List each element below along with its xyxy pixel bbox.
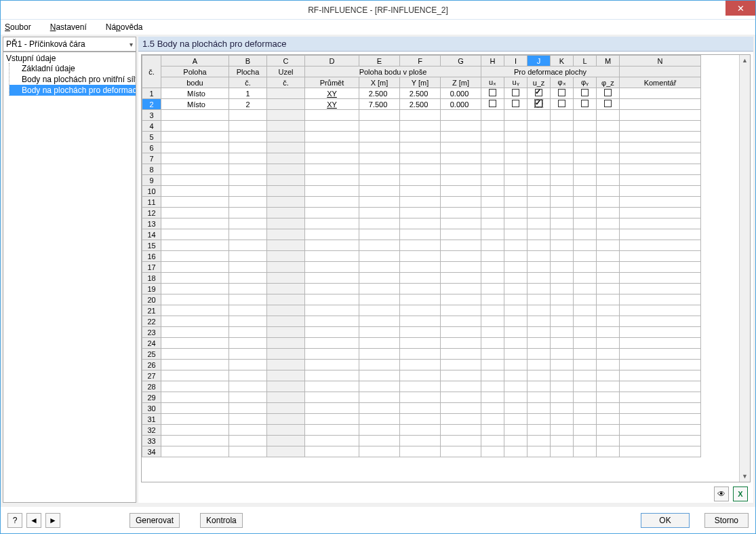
cell-empty[interactable] — [504, 305, 528, 316]
cell-empty[interactable] — [305, 153, 359, 164]
table-row[interactable]: 9 — [142, 175, 701, 186]
cell-empty[interactable] — [597, 262, 620, 273]
cell-phiz[interactable] — [597, 99, 620, 110]
col-letter-F[interactable]: F — [400, 56, 441, 66]
cell-empty[interactable] — [574, 110, 597, 121]
cell-phiy[interactable] — [574, 99, 597, 110]
cell-empty[interactable] — [305, 316, 359, 327]
cell-empty[interactable] — [574, 294, 597, 305]
cell-empty[interactable] — [597, 164, 620, 175]
cell-empty[interactable] — [481, 142, 504, 153]
cell-empty[interactable] — [528, 360, 551, 370]
cell-x[interactable]: 2.500 — [359, 88, 400, 99]
cell-empty[interactable] — [504, 338, 528, 349]
row-number[interactable]: 15 — [142, 240, 161, 251]
cell-empty[interactable] — [441, 273, 481, 284]
cell-empty[interactable] — [551, 186, 574, 197]
row-number[interactable]: 25 — [142, 349, 161, 360]
col-letter-G[interactable]: G — [441, 56, 481, 66]
cell-empty[interactable] — [574, 197, 597, 208]
cell-empty[interactable] — [359, 153, 400, 164]
cancel-button[interactable]: Storno — [704, 513, 749, 528]
cell-empty[interactable] — [597, 186, 620, 197]
cell-empty[interactable] — [551, 284, 574, 294]
cell-empty[interactable] — [359, 142, 400, 153]
cell-empty[interactable] — [481, 370, 504, 381]
cell-empty[interactable] — [551, 262, 574, 273]
cell-empty[interactable] — [574, 218, 597, 229]
cell-empty[interactable] — [551, 294, 574, 305]
cell-y[interactable]: 2.500 — [400, 99, 441, 110]
cell-empty[interactable] — [528, 414, 551, 425]
table-row[interactable]: 14 — [142, 229, 701, 240]
cell-empty[interactable] — [481, 218, 504, 229]
cell-empty[interactable] — [441, 414, 481, 425]
cell-empty[interactable] — [267, 262, 305, 273]
cell-empty[interactable] — [597, 251, 620, 262]
cell-empty[interactable] — [597, 197, 620, 208]
cell-empty[interactable] — [229, 229, 267, 240]
cell-empty[interactable] — [400, 327, 441, 338]
checkbox[interactable] — [512, 89, 519, 96]
cell-empty[interactable] — [551, 132, 574, 142]
cell-z[interactable]: 0.000 — [441, 88, 481, 99]
cell-empty[interactable] — [620, 414, 701, 425]
cell-empty[interactable] — [161, 403, 229, 414]
cell-empty[interactable] — [481, 251, 504, 262]
cell-empty[interactable] — [528, 240, 551, 251]
cell-empty[interactable] — [504, 197, 528, 208]
cell-empty[interactable] — [597, 142, 620, 153]
cell-empty[interactable] — [229, 370, 267, 381]
cell-empty[interactable] — [528, 316, 551, 327]
table-row[interactable]: 1Místo1XY2.5002.5000.000 — [142, 88, 701, 99]
cell-empty[interactable] — [161, 370, 229, 381]
cell-empty[interactable] — [551, 370, 574, 381]
cell-empty[interactable] — [574, 240, 597, 251]
cell-empty[interactable] — [359, 360, 400, 370]
cell-empty[interactable] — [305, 262, 359, 273]
cell-empty[interactable] — [620, 446, 701, 457]
next-button[interactable]: ► — [45, 513, 60, 528]
checkbox[interactable] — [535, 89, 542, 96]
cell-empty[interactable] — [305, 414, 359, 425]
table-row[interactable]: 32 — [142, 425, 701, 436]
cell-empty[interactable] — [597, 316, 620, 327]
cell-empty[interactable] — [481, 294, 504, 305]
cell-empty[interactable] — [528, 436, 551, 446]
tree-item-deformations[interactable]: Body na plochách pro deformace — [9, 85, 136, 96]
table-row[interactable]: 34 — [142, 446, 701, 457]
cell-empty[interactable] — [400, 164, 441, 175]
cell-empty[interactable] — [441, 360, 481, 370]
row-number[interactable]: 8 — [142, 164, 161, 175]
table-row[interactable]: 6 — [142, 142, 701, 153]
cell-empty[interactable] — [305, 294, 359, 305]
row-number[interactable]: 16 — [142, 251, 161, 262]
cell-empty[interactable] — [597, 436, 620, 446]
table-row[interactable]: 30 — [142, 403, 701, 414]
col-letter-K[interactable]: K — [551, 56, 574, 66]
col-letter-D[interactable]: D — [305, 56, 359, 66]
cell-empty[interactable] — [481, 446, 504, 457]
cell-empty[interactable] — [504, 273, 528, 284]
cell-empty[interactable] — [551, 316, 574, 327]
row-number[interactable]: 10 — [142, 186, 161, 197]
cell-empty[interactable] — [574, 208, 597, 218]
cell-empty[interactable] — [267, 425, 305, 436]
cell-empty[interactable] — [481, 381, 504, 392]
cell-plocha[interactable]: 1 — [229, 88, 267, 99]
cell-empty[interactable] — [528, 284, 551, 294]
cell-empty[interactable] — [267, 164, 305, 175]
row-number[interactable]: 26 — [142, 360, 161, 370]
tree-root[interactable]: Vstupní údaje — [3, 54, 136, 63]
cell-empty[interactable] — [267, 360, 305, 370]
cell-empty[interactable] — [161, 360, 229, 370]
cell-empty[interactable] — [229, 273, 267, 284]
cell-empty[interactable] — [574, 436, 597, 446]
cell-empty[interactable] — [305, 251, 359, 262]
cell-empty[interactable] — [400, 229, 441, 240]
cell-empty[interactable] — [400, 284, 441, 294]
cell-empty[interactable] — [359, 218, 400, 229]
cell-empty[interactable] — [161, 121, 229, 132]
cell-empty[interactable] — [229, 294, 267, 305]
cell-empty[interactable] — [305, 425, 359, 436]
